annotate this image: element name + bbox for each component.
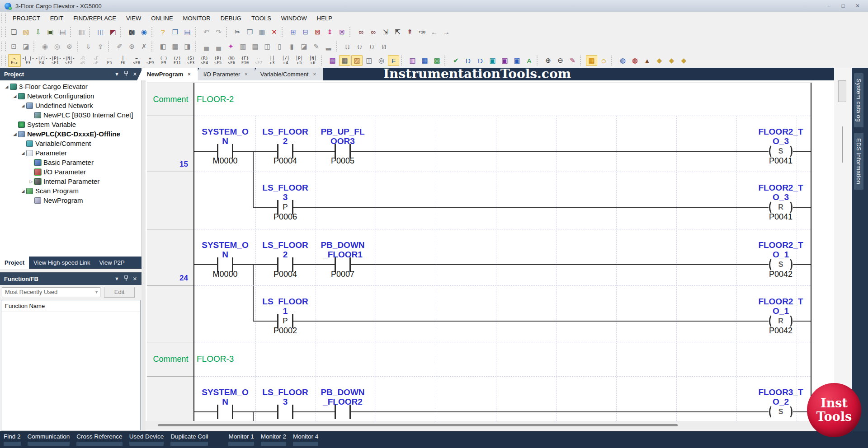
coil-label[interactable]: O_3 bbox=[747, 136, 815, 146]
annotate-icon[interactable]: ✎ bbox=[567, 55, 578, 66]
status-tab-monitor-4[interactable]: Monitor 4 bbox=[293, 433, 318, 446]
pin-icon[interactable] bbox=[124, 275, 128, 282]
zoom-out-icon[interactable]: ⊖ bbox=[555, 55, 566, 66]
esc-box-icon[interactable]: ▤ bbox=[182, 27, 193, 37]
check-program-icon[interactable]: ✔ bbox=[450, 55, 462, 66]
table-b-icon[interactable]: ▦ bbox=[419, 55, 430, 66]
status-tab-used-device[interactable]: Used Device bbox=[129, 433, 164, 446]
close-icon[interactable]: ✕ bbox=[133, 71, 137, 77]
device-d2-icon[interactable]: D bbox=[475, 55, 486, 66]
import-icon[interactable]: ⇩ bbox=[33, 27, 44, 37]
status-tab-monitor-2[interactable]: Monitor 2 bbox=[261, 433, 286, 446]
clear-cell-icon[interactable]: ⊠ bbox=[336, 27, 348, 37]
new-icon[interactable]: ❏ bbox=[8, 27, 19, 37]
chevron-down-icon[interactable]: ▼ bbox=[114, 71, 119, 77]
ladder-tool-f5[interactable]: ──F5 bbox=[103, 54, 116, 67]
copy-icon[interactable]: ❐ bbox=[244, 27, 255, 37]
tree-item-internal-parameter[interactable]: ▷Internal Parameter bbox=[0, 177, 141, 186]
contact-label[interactable]: _FLOOR1 bbox=[309, 250, 377, 260]
vertical-scrollbar-thumb[interactable] bbox=[838, 80, 846, 102]
under-icon[interactable]: ▂ bbox=[323, 41, 334, 52]
contact-address[interactable]: P0004 bbox=[258, 156, 312, 166]
contact-label[interactable]: SYSTEM_O bbox=[191, 387, 259, 397]
download-icon[interactable]: ⇩ bbox=[83, 41, 94, 52]
contact-address[interactable]: P0006 bbox=[258, 212, 312, 222]
contact-label[interactable]: SYSTEM_O bbox=[191, 127, 259, 137]
back-icon[interactable]: ← bbox=[429, 27, 440, 37]
goto-icon[interactable]: ⇞ bbox=[404, 27, 415, 37]
frame-icon[interactable]: ⊡ bbox=[8, 41, 19, 52]
ladder-tool-sf6[interactable]: (N)sF6 bbox=[225, 54, 238, 67]
open-icon[interactable]: ▧ bbox=[20, 27, 32, 37]
ladder-tool-esc[interactable]: ↖Esc bbox=[8, 54, 21, 67]
insert-line-icon[interactable]: ⇟ bbox=[324, 27, 335, 37]
status-tab-duplicate-coil[interactable]: Duplicate Coil bbox=[170, 433, 208, 446]
edit-mode-icon[interactable]: ✐ bbox=[114, 41, 125, 52]
clipboard-icon[interactable]: ▥ bbox=[76, 27, 87, 37]
monitor-c-icon[interactable]: ◨ bbox=[182, 41, 193, 52]
ladder-tool-sf1[interactable]: -|P|-sF1 bbox=[49, 54, 61, 67]
ladder-tool-c4[interactable]: ┤/├c4 bbox=[279, 54, 292, 67]
coil-address[interactable]: P0041 bbox=[754, 212, 808, 222]
box-blue-icon[interactable]: ▣ bbox=[511, 55, 523, 66]
tree-item-3-floor-cargo-elevator[interactable]: ◢3-Floor Cargo Elevator bbox=[0, 82, 141, 91]
contact-address[interactable]: P0002 bbox=[258, 326, 312, 336]
check-icon[interactable]: ✗ bbox=[138, 41, 150, 52]
tree-item-network-configuration[interactable]: ◢Network Configuration bbox=[0, 91, 141, 101]
panel-splitter[interactable] bbox=[142, 68, 146, 431]
base-b-icon[interactable]: ▄ bbox=[213, 41, 224, 52]
vertical-scrollbar[interactable] bbox=[834, 68, 852, 431]
rung-number[interactable]: 24 bbox=[147, 274, 188, 283]
tree-item-variable-comment[interactable]: Variable/Comment bbox=[0, 139, 141, 148]
lock-icon[interactable]: ◪ bbox=[20, 41, 32, 52]
marker-icon[interactable]: ▲ bbox=[642, 55, 653, 66]
watch-icon[interactable]: ◎ bbox=[376, 55, 387, 66]
dock-tab-eds-information[interactable]: EDS information bbox=[854, 133, 863, 190]
ladder-tool-f11[interactable]: (/)F11 bbox=[171, 54, 184, 67]
status-tab-communication[interactable]: Communication bbox=[28, 433, 70, 446]
goto-step-icon[interactable]: +10 bbox=[416, 27, 428, 37]
keypad-icon[interactable]: ▩ bbox=[431, 55, 443, 66]
paste2-icon[interactable]: ▥ bbox=[237, 41, 249, 52]
close-icon[interactable]: ✕ bbox=[133, 276, 137, 282]
ladder-tool-f4[interactable]: -|/|-F4 bbox=[35, 54, 48, 67]
ladder-tool-sf5[interactable]: (P)sF5 bbox=[212, 54, 224, 67]
rung-number[interactable]: 15 bbox=[147, 160, 188, 169]
menu-view[interactable]: VIEW bbox=[121, 13, 146, 23]
ladder-tool-ar[interactable]: ⇗RaR bbox=[76, 54, 89, 67]
abort-icon[interactable]: ⊗ bbox=[64, 41, 75, 52]
menu-find-replace[interactable]: FIND/REPLACE bbox=[68, 13, 121, 23]
cut-icon[interactable]: ✂ bbox=[232, 27, 243, 37]
shade-icon[interactable]: ◪ bbox=[298, 41, 310, 52]
contact-label[interactable]: OOR3 bbox=[309, 136, 377, 146]
monitor-b-icon[interactable]: ▦ bbox=[170, 41, 181, 52]
coil-label[interactable]: O_3 bbox=[747, 192, 815, 202]
contact-label[interactable]: N bbox=[191, 136, 259, 146]
save-icon[interactable]: ▣ bbox=[45, 27, 56, 37]
tree-item-parameter[interactable]: ◢Parameter bbox=[0, 148, 141, 158]
expander-collapsed-icon[interactable]: ▷ bbox=[28, 179, 34, 184]
coil-label[interactable]: FLOOR2_T bbox=[747, 240, 815, 250]
coil-label[interactable]: FLOOR3_T bbox=[747, 387, 815, 397]
ladder-tool-sf3[interactable]: (S)sF3 bbox=[184, 54, 197, 67]
ladder-tool-sf7[interactable]: ▭sF7 bbox=[252, 54, 265, 67]
split-icon[interactable]: ◫ bbox=[262, 41, 273, 52]
box-teal-icon[interactable]: ▣ bbox=[487, 55, 498, 66]
delete-icon[interactable]: ✕ bbox=[269, 27, 280, 37]
forward-icon[interactable]: → bbox=[441, 27, 452, 37]
contact-address[interactable]: P0005 bbox=[316, 156, 370, 166]
report-icon[interactable]: ▤ bbox=[250, 41, 261, 52]
status-tab-monitor-1[interactable]: Monitor 1 bbox=[228, 433, 254, 446]
grid-view-icon[interactable]: ▦ bbox=[339, 55, 350, 66]
tree-item-i-o-parameter[interactable]: I/O Parameter bbox=[0, 167, 141, 177]
ladder-tool-sf9[interactable]: ✳sF9 bbox=[144, 54, 156, 67]
contact-label[interactable]: 1 bbox=[251, 306, 319, 316]
coil-symbol[interactable]: S bbox=[776, 260, 785, 269]
menu-online[interactable]: ONLINE bbox=[146, 13, 178, 23]
coil-label[interactable]: O_2 bbox=[747, 397, 815, 407]
coil-label[interactable]: FLOOR2_T bbox=[747, 183, 815, 193]
menu-monitor[interactable]: MONITOR bbox=[178, 13, 216, 23]
tree-item-undefined-network[interactable]: ◢Undefined Network bbox=[0, 101, 141, 110]
window-split-icon[interactable]: ◫ bbox=[363, 55, 375, 66]
coil-label[interactable]: FLOOR2_T bbox=[747, 297, 815, 307]
